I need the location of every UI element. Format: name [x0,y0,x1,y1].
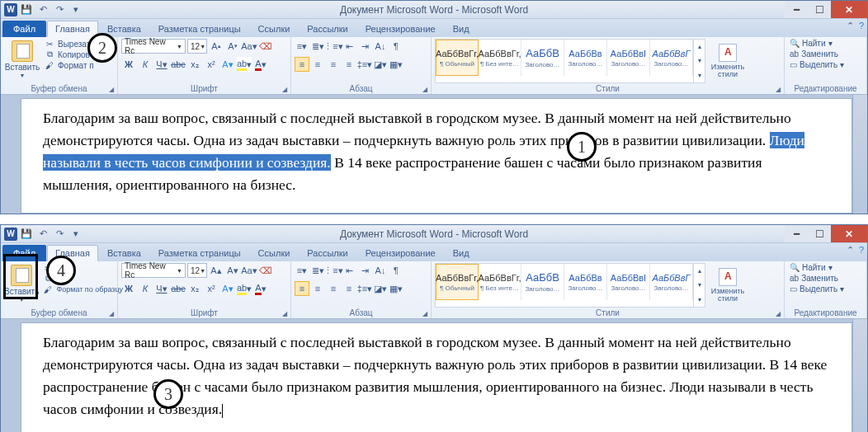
tab-review[interactable]: Рецензирование [357,245,444,261]
shrink-font-button[interactable]: A▾ [225,263,240,278]
highlight-button[interactable]: ab▾ [237,57,252,72]
bold-button[interactable]: Ж [121,281,136,296]
styles-gallery[interactable]: АаБбВвГг,¶ Обычный АаБбВвГг,¶ Без инте… … [435,263,705,308]
qat-dropdown-icon[interactable]: ▾ [68,227,83,242]
para-launcher-icon[interactable]: ◢ [421,85,429,93]
word-app-icon[interactable]: W [4,3,17,16]
minimize-ribbon-icon[interactable]: ⌃ [847,21,854,31]
underline-button[interactable]: Ч▾ [154,57,169,72]
maximize-button[interactable]: ☐ [808,1,831,18]
style-normal[interactable]: АаБбВвГг,¶ Обычный [436,264,479,300]
font-size-box[interactable]: 12▼ [187,263,207,278]
italic-button[interactable]: К [138,281,153,296]
italic-button[interactable]: К [138,57,153,72]
style-h4[interactable]: АаБбВвГ Заголово… [650,40,693,76]
line-spacing-button[interactable]: ‡≡▾ [357,281,372,296]
font-name-box[interactable]: Times New Rc▼ [121,39,186,54]
font-color-button[interactable]: A▾ [253,281,268,296]
clipboard-launcher-icon[interactable]: ◢ [107,309,116,317]
styles-gallery[interactable]: АаБбВвГг, ¶ Обычный АаБбВвГг, ¶ Без инте… [435,39,705,83]
strike-button[interactable]: abc [171,57,186,72]
style-h1[interactable]: АаБбВЗаголово… [521,264,564,300]
minimize-button[interactable]: ━ [785,1,808,18]
tab-references[interactable]: Ссылки [250,21,299,37]
highlight-button[interactable]: ab▾ [237,281,252,296]
decrease-indent-button[interactable]: ⇤ [342,263,356,278]
sort-button[interactable]: A↓ [373,263,388,278]
tab-file[interactable]: Файл [2,21,46,37]
numbering-button[interactable]: ≣▾ [310,263,325,278]
maximize-button[interactable]: ☐ [808,225,831,242]
shrink-font-button[interactable]: A▾ [225,39,240,54]
redo-icon[interactable]: ↷ [52,227,67,242]
find-button[interactable]: 🔍Найти ▾ [788,39,863,48]
underline-button[interactable]: Ч▾ [154,281,169,296]
borders-button[interactable]: ▦▾ [389,57,403,72]
tab-layout[interactable]: Разметка страницы [150,245,249,261]
grow-font-button[interactable]: A▴ [209,39,224,54]
font-size-box[interactable]: 12▼ [187,39,207,54]
increase-indent-button[interactable]: ⇥ [357,263,372,278]
styles-expand-icon[interactable]: ▾ [694,69,705,81]
style-normal[interactable]: АаБбВвГг, ¶ Обычный [436,40,479,76]
line-spacing-button[interactable]: ‡≡▾ [357,57,372,72]
minimize-button[interactable]: ━ [785,225,808,242]
vertical-scrollbar[interactable] [852,95,867,214]
minimize-ribbon-icon[interactable]: ⌃ [847,245,854,256]
redo-icon[interactable]: ↷ [52,2,67,17]
para-launcher-icon[interactable]: ◢ [421,309,429,317]
vertical-scrollbar[interactable] [852,319,867,432]
font-color-button[interactable]: A▾ [253,57,268,72]
bullets-button[interactable]: ≡▾ [295,39,309,54]
shading-button[interactable]: ◪▾ [373,57,388,72]
subscript-button[interactable]: x₂ [187,281,202,296]
clipboard-launcher-icon[interactable]: ◢ [107,85,116,93]
align-right-button[interactable]: ≡ [326,57,341,72]
superscript-button[interactable]: x² [204,281,219,296]
text-effects-button[interactable]: A▾ [220,281,235,296]
shading-button[interactable]: ◪▾ [373,281,388,296]
text-effects-button[interactable]: A▾ [220,57,235,72]
clear-format-button[interactable]: ⌫ [258,39,273,54]
change-case-button[interactable]: Aa▾ [242,39,257,54]
align-center-button[interactable]: ≡ [310,281,325,296]
help-icon[interactable]: ? [859,245,864,256]
save-icon[interactable]: 💾 [19,227,34,242]
clear-format-button[interactable]: ⌫ [258,263,273,278]
tab-home[interactable]: Главная [47,21,98,37]
select-button[interactable]: ▭Выделить ▾ [788,60,863,69]
sort-button[interactable]: A↓ [373,39,388,54]
select-button[interactable]: ▭Выделить ▾ [788,284,863,293]
replace-button[interactable]: abЗаменить [788,49,863,59]
tab-mailings[interactable]: Рассылки [299,245,356,261]
align-left-button[interactable]: ≡ [295,281,309,296]
multilevel-button[interactable]: ⋮≡▾ [326,263,341,278]
styles-launcher-icon[interactable]: ◢ [774,309,782,317]
replace-button[interactable]: abЗаменить [788,274,863,283]
find-button[interactable]: 🔍Найти ▾ [788,263,863,272]
justify-button[interactable]: ≡ [342,57,356,72]
tab-insert[interactable]: Вставка [99,245,149,261]
grow-font-button[interactable]: A▴ [209,263,224,278]
styles-launcher-icon[interactable]: ◢ [774,85,782,93]
close-button[interactable]: ✕ [831,1,867,18]
borders-button[interactable]: ▦▾ [389,281,403,296]
change-case-button[interactable]: Aa▾ [242,263,257,278]
font-launcher-icon[interactable]: ◢ [281,309,289,317]
format-painter-button[interactable]: 🖌 Формат п [42,60,96,70]
style-h4[interactable]: АаБбВвГЗаголово… [650,264,693,300]
styles-down-icon[interactable]: ▾ [694,55,705,67]
multilevel-button[interactable]: ⋮≡▾ [326,39,341,54]
paste-button[interactable]: Вставить ▼ [4,39,40,83]
style-h3[interactable]: АаБбВвІЗаголово… [607,264,650,300]
strike-button[interactable]: abc [171,281,186,296]
show-marks-button[interactable]: ¶ [389,39,403,54]
bullets-button[interactable]: ≡▾ [295,263,309,278]
align-right-button[interactable]: ≡ [326,281,341,296]
save-icon[interactable]: 💾 [19,2,34,17]
help-icon[interactable]: ? [859,21,864,31]
superscript-button[interactable]: x² [204,57,219,72]
page[interactable]: Благодарим за ваш вопрос, связанный с по… [21,98,852,214]
styles-up-icon[interactable]: ▴ [694,41,705,53]
styles-more[interactable]: ▴ ▾ ▾ [693,40,705,82]
